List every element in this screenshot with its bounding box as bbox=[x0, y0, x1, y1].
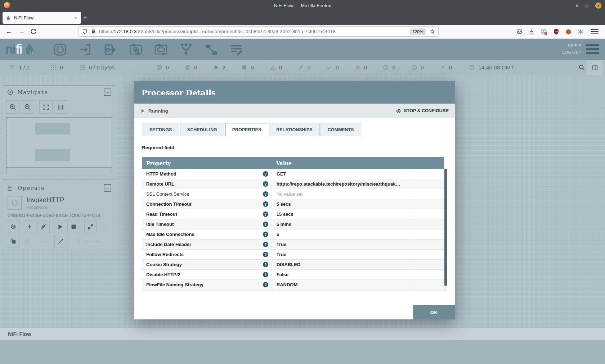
stop-button[interactable] bbox=[67, 220, 80, 233]
help-icon[interactable]: ? bbox=[263, 222, 268, 227]
tab-relationships[interactable]: RELATIONSHIPS bbox=[269, 123, 319, 136]
help-icon[interactable]: ? bbox=[263, 252, 268, 257]
help-icon[interactable]: ? bbox=[263, 242, 268, 247]
lock-icon[interactable] bbox=[90, 28, 97, 35]
copy-button[interactable] bbox=[7, 235, 19, 247]
process-group-icon[interactable] bbox=[128, 42, 143, 57]
sync-failure-icon: ? bbox=[440, 64, 446, 70]
tab-scheduling[interactable]: SCHEDULING bbox=[180, 123, 224, 136]
help-icon[interactable]: ? bbox=[263, 211, 268, 217]
up-to-date-icon bbox=[326, 64, 332, 70]
paste-icon bbox=[23, 238, 30, 245]
refresh-icon[interactable] bbox=[469, 64, 475, 71]
property-value: RANDOM bbox=[272, 280, 411, 290]
cookie-icon[interactable] bbox=[565, 28, 572, 35]
window-titlebar: NiFi Flow — Mozilla Firefox ∨ ◇ × bbox=[0, 0, 605, 11]
table-scrollbar[interactable] bbox=[444, 169, 447, 292]
bookmark-star-icon[interactable] bbox=[429, 28, 435, 35]
current-user: admin bbox=[563, 42, 581, 47]
property-value: GET bbox=[272, 169, 411, 179]
help-icon[interactable]: ? bbox=[263, 201, 268, 207]
browser-tab[interactable]: NiFi Flow × bbox=[3, 12, 81, 24]
tab-comments[interactable]: COMMENTS bbox=[321, 123, 361, 136]
status-count: 2 bbox=[223, 64, 226, 71]
remote-process-group-icon[interactable] bbox=[153, 42, 169, 57]
help-icon[interactable]: ? bbox=[263, 232, 268, 237]
back-button[interactable]: ← bbox=[4, 26, 14, 37]
canvas-bottom-area bbox=[0, 340, 605, 364]
create-template-button[interactable] bbox=[84, 220, 97, 233]
operate-collapse-button[interactable]: − bbox=[104, 184, 111, 192]
extension-asterisk-icon[interactable] bbox=[577, 28, 584, 35]
help-icon[interactable]: ? bbox=[263, 181, 268, 187]
group-button bbox=[37, 235, 50, 247]
zoom-in-icon bbox=[9, 103, 17, 111]
bolt-button[interactable] bbox=[24, 220, 36, 233]
minimize-button[interactable]: ∨ bbox=[575, 3, 579, 8]
gear-button[interactable] bbox=[7, 220, 19, 233]
help-icon[interactable]: ? bbox=[263, 282, 268, 287]
status-count: 0 bbox=[194, 64, 197, 71]
operate-buttons-row1 bbox=[3, 219, 115, 233]
funnel-icon[interactable] bbox=[179, 42, 194, 57]
table-row: FlowFile Naming Strategy?RANDOM bbox=[142, 280, 444, 290]
maximize-button[interactable]: ◇ bbox=[585, 3, 589, 8]
status-count: 0 bbox=[392, 64, 395, 71]
profile-icon[interactable] bbox=[541, 28, 547, 35]
status-item-cluster: 1 / 1 bbox=[9, 64, 30, 71]
help-icon[interactable]: ? bbox=[263, 272, 268, 277]
url-bar[interactable]: https://172.18.0.3:32558/nifi/?processGr… bbox=[79, 26, 439, 37]
forward-button[interactable]: → bbox=[17, 26, 27, 37]
processor-icon bbox=[8, 196, 22, 210]
scrollbar-thumb[interactable] bbox=[444, 169, 447, 286]
stop-and-configure-button[interactable]: STOP & CONFIGURE bbox=[395, 108, 449, 114]
output-port-icon[interactable] bbox=[103, 42, 118, 57]
download-icon[interactable] bbox=[528, 28, 535, 35]
shield-icon[interactable] bbox=[82, 28, 88, 35]
zoom-out-button[interactable] bbox=[21, 100, 34, 114]
tab-settings[interactable]: SETTINGS bbox=[142, 123, 179, 136]
fit-button[interactable] bbox=[39, 100, 53, 114]
ublock-icon[interactable]: uO bbox=[553, 28, 560, 35]
transmitting-icon bbox=[156, 64, 162, 70]
property-name: Connection Timeout? bbox=[142, 199, 272, 209]
table-rows: HTTP Method?GETRemote URL?https://repo.s… bbox=[142, 169, 444, 292]
search-icon[interactable] bbox=[578, 64, 586, 71]
new-tab-button[interactable]: + bbox=[80, 13, 90, 23]
help-icon[interactable]: ? bbox=[263, 171, 268, 177]
one-to-one-button[interactable] bbox=[54, 100, 67, 114]
dialog-title: Processor Details bbox=[142, 88, 216, 97]
play-button[interactable] bbox=[54, 220, 67, 233]
reload-button[interactable] bbox=[30, 28, 37, 36]
template-icon[interactable] bbox=[204, 42, 219, 57]
zoom-in-button[interactable] bbox=[6, 100, 19, 114]
table-row: Include Date Header?True bbox=[142, 240, 444, 250]
zoom-level-badge[interactable]: 120% bbox=[410, 28, 426, 35]
label-icon[interactable] bbox=[229, 42, 244, 57]
nifi-global-menu-button[interactable] bbox=[586, 44, 599, 54]
close-button[interactable]: × bbox=[595, 3, 601, 9]
logout-link[interactable]: LOG OUT bbox=[563, 50, 581, 54]
minimap[interactable] bbox=[6, 117, 112, 168]
property-value: 5 bbox=[272, 229, 411, 239]
pocket-icon[interactable] bbox=[516, 28, 523, 35]
help-icon[interactable]: ? bbox=[263, 191, 268, 197]
brush-button[interactable] bbox=[54, 235, 67, 247]
help-icon[interactable]: ? bbox=[263, 262, 268, 267]
table-row: Remote URL?https://repo.stackable.tech/r… bbox=[142, 179, 444, 189]
ok-button[interactable]: OK bbox=[413, 305, 455, 319]
row-spacer bbox=[411, 229, 444, 239]
bolt-slash-button[interactable] bbox=[37, 220, 50, 233]
navigate-collapse-button[interactable]: − bbox=[104, 88, 111, 96]
screen: NiFi Flow — Mozilla Firefox ∨ ◇ × NiFi F… bbox=[0, 0, 605, 364]
status-count: 0 bbox=[421, 64, 424, 71]
processor-icon[interactable] bbox=[53, 42, 68, 57]
browser-menu-button[interactable] bbox=[591, 28, 599, 36]
input-port-icon[interactable] bbox=[78, 42, 93, 57]
tab-close-icon[interactable]: × bbox=[73, 15, 78, 21]
settings-panel-button[interactable] bbox=[587, 60, 602, 75]
tab-properties[interactable]: PROPERTIES bbox=[225, 123, 269, 136]
required-field-label: Required field bbox=[142, 145, 447, 150]
status-item-stale: 0 bbox=[383, 64, 395, 71]
breadcrumb[interactable]: NiFi Flow bbox=[0, 328, 605, 340]
